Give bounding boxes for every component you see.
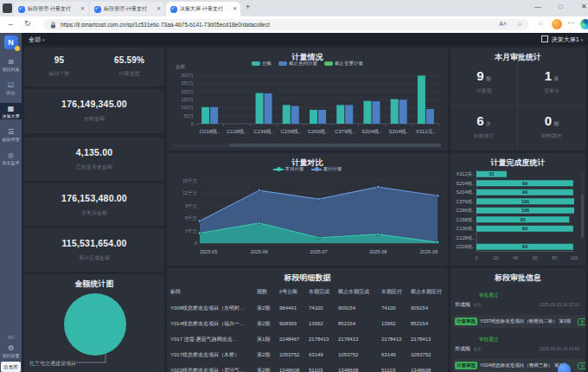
stat-value: 176,149,345.00 <box>24 99 164 109</box>
bar[interactable] <box>265 93 272 124</box>
data-point[interactable] <box>376 185 380 189</box>
approval-feed-card: 标段审批信息 审批通过郑成顺业主2025-09-15 16:15:22计量审批Y… <box>451 268 585 372</box>
datazoom-scrollbar-vertical[interactable] <box>581 172 584 238</box>
browser-tab-1[interactable]: 标段管理-计量支付 ✕ <box>14 2 88 16</box>
screen-picker-label: 决策大屏1 <box>552 36 579 42</box>
data-point[interactable] <box>376 233 380 236</box>
legend-item[interactable]: 本月计量 <box>273 166 304 172</box>
sidebar-item-settings[interactable]: ⚙ 项目设置 <box>0 343 22 359</box>
legend-swatch <box>311 169 322 170</box>
table-cell: 908369 <box>279 316 309 331</box>
data-point[interactable] <box>198 232 201 235</box>
svg-text:X312关..: X312关.. <box>416 128 437 134</box>
approval-timestamp: 2025-09-15 16:14:53 <box>540 346 579 351</box>
bar[interactable] <box>399 99 407 124</box>
user-badge[interactable]: 自贡杰 <box>1 362 21 372</box>
bar[interactable] <box>391 99 399 124</box>
tab-close-icon[interactable]: ✕ <box>233 5 237 11</box>
bar[interactable] <box>426 109 434 124</box>
refresh-icon[interactable]: ↻ <box>24 19 31 28</box>
sidebar-item-dashboard[interactable]: ▦ 决策大屏 <box>0 103 22 119</box>
legend-item[interactable]: 截止合同计量 <box>278 61 317 67</box>
svg-text:C379线..: C379线.. <box>456 199 475 204</box>
svg-text:31: 31 <box>489 171 494 176</box>
tab-close-icon[interactable]: ✕ <box>80 5 85 11</box>
pie-slice[interactable] <box>64 293 126 356</box>
sidebar-item-project-list[interactable]: ⊞ 项目列表 <box>0 56 22 73</box>
column-header: 本期应付 <box>381 285 411 300</box>
favorite-star-icon[interactable]: ☆ <box>517 21 522 28</box>
bar[interactable] <box>210 107 218 124</box>
browser-profile-avatar[interactable] <box>552 19 562 29</box>
svg-text:15千万: 15千万 <box>182 178 198 183</box>
data-point[interactable] <box>258 189 261 192</box>
bar[interactable] <box>310 110 317 124</box>
data-point[interactable] <box>258 221 261 225</box>
filter-dropdown[interactable]: 全部 ▾ <box>29 35 44 44</box>
legend-item[interactable]: 截止变更计量 <box>324 61 363 67</box>
table-cell: Y022线危桥改造项目（尼沙气… <box>170 362 257 372</box>
screen-picker-dropdown[interactable]: 决策大屏1 ▾ <box>541 35 583 44</box>
sidebar-item-section-manage[interactable]: ☰ 标段管理 <box>0 126 22 143</box>
data-point[interactable] <box>436 241 439 244</box>
bar[interactable] <box>363 101 371 124</box>
approval-type-badge: 计量审批 <box>455 362 477 369</box>
new-tab-button[interactable]: + <box>246 3 250 11</box>
svg-text:50万: 50万 <box>183 113 194 119</box>
tab-close-icon[interactable]: ✕ <box>157 5 161 11</box>
bar[interactable] <box>418 75 425 124</box>
fullscreen-icon[interactable] <box>541 35 548 42</box>
favorites-bar-icon[interactable]: ☆ <box>538 20 543 27</box>
back-icon[interactable]: ← <box>7 19 15 28</box>
window-minimize-button[interactable]: — <box>534 3 541 10</box>
bar[interactable] <box>256 93 264 124</box>
scrollbar-thumb[interactable] <box>174 144 230 147</box>
data-point[interactable] <box>317 236 321 240</box>
read-aloud-icon[interactable]: A˄ <box>499 21 507 27</box>
data-point[interactable] <box>436 194 439 197</box>
bar[interactable] <box>372 101 380 124</box>
browser-logo-icon[interactable] <box>580 19 588 29</box>
bar[interactable] <box>345 105 353 124</box>
sidebar-item-todo[interactable]: ☑ 待办 <box>0 80 22 96</box>
bar-chart-canvas[interactable]: 050万100万150万200万250万300万C018线..C128线..C1… <box>170 72 444 141</box>
table-cell: 74100 <box>381 300 411 316</box>
bar[interactable] <box>336 105 344 124</box>
legend-item[interactable]: 累计计量 <box>311 166 342 172</box>
window-icon[interactable] <box>3 3 12 13</box>
pie-chart-canvas[interactable]: 扎兰屯交通建设项目 <box>24 286 164 371</box>
bar-legend: 台账截止合同计量截止变更计量 <box>167 61 448 67</box>
datazoom-scrollbar[interactable] <box>174 144 441 147</box>
bar[interactable] <box>283 105 291 124</box>
window-maximize-button[interactable]: □ <box>559 3 562 10</box>
bar[interactable] <box>318 110 326 124</box>
svg-text:99: 99 <box>522 181 527 186</box>
hbar-chart-canvas[interactable]: X312关..31S204线..99S204线..99C379线..100C26… <box>452 168 584 263</box>
bar[interactable] <box>291 106 299 124</box>
feed-project-row[interactable]: 计量审批Y037线危桥改造项目（蛤蟆沟二桥） 第3期审批 <box>453 315 585 328</box>
data-point[interactable] <box>317 197 321 201</box>
browser-tab-2[interactable]: 标段管理-计量支付 ✕ <box>90 2 164 16</box>
stat-unit: 期 <box>486 76 491 81</box>
area-chart-canvas[interactable]: 03千万6千万9千万12千万15千万2025-052025-062025-072… <box>170 176 444 262</box>
browser-tab-3-active[interactable]: 决策大屏-计量支付 ✕ <box>166 2 240 16</box>
browser-menu-icon[interactable]: ⋯ <box>567 19 574 27</box>
app-logo[interactable]: N <box>4 35 18 49</box>
monthly-approval-card: 本月审批统计 9期 计量期 1条 变更令 6次 台账修订 0期 材料调差 <box>451 48 585 151</box>
legend-item[interactable]: 台账 <box>252 61 272 67</box>
detail-table: 标段期数0号台账本期完成截止本期完成本期应付截止本期应付 Y008线危桥改造项目… <box>170 285 444 372</box>
address-bar[interactable]: https://jl.smartcost.com.cn/sp/1c531ebc-… <box>43 19 529 30</box>
data-point[interactable] <box>198 220 201 223</box>
svg-text:80: 80 <box>552 255 557 260</box>
svg-text:S204线..: S204线.. <box>457 189 476 195</box>
approver-role: 业主 <box>473 302 482 307</box>
scrollbar-thumb[interactable] <box>581 172 584 195</box>
floating-action-button[interactable] <box>558 363 571 372</box>
sidebar-item-api[interactable]: API <box>7 335 14 340</box>
window-close-button[interactable]: ✕ <box>581 3 587 10</box>
sidebar-item-fund-monitor[interactable]: ◎ 资金监管 <box>0 150 22 166</box>
bar[interactable] <box>201 107 209 124</box>
stat-unit: 次 <box>486 121 491 126</box>
svg-text:0: 0 <box>195 241 197 246</box>
logo-badge-icon <box>15 46 20 51</box>
